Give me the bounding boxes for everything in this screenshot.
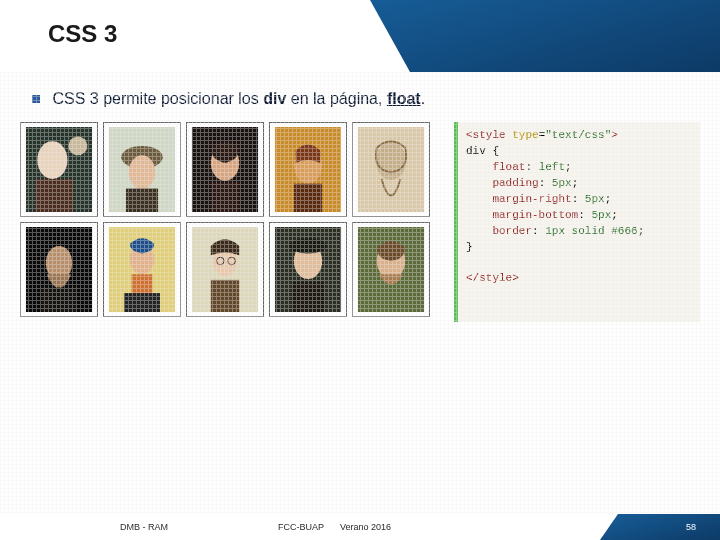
footer-center: FCC-BUAP (278, 522, 324, 532)
slide-footer: DMB - RAM FCC-BUAP Verano 2016 58 (0, 514, 720, 540)
footer-left: DMB - RAM (120, 522, 168, 532)
footer-center2: Verano 2016 (340, 522, 391, 532)
page-number: 58 (686, 522, 696, 532)
background-grid (0, 72, 720, 514)
header-decoration (340, 0, 720, 72)
footer-decoration (600, 514, 720, 540)
